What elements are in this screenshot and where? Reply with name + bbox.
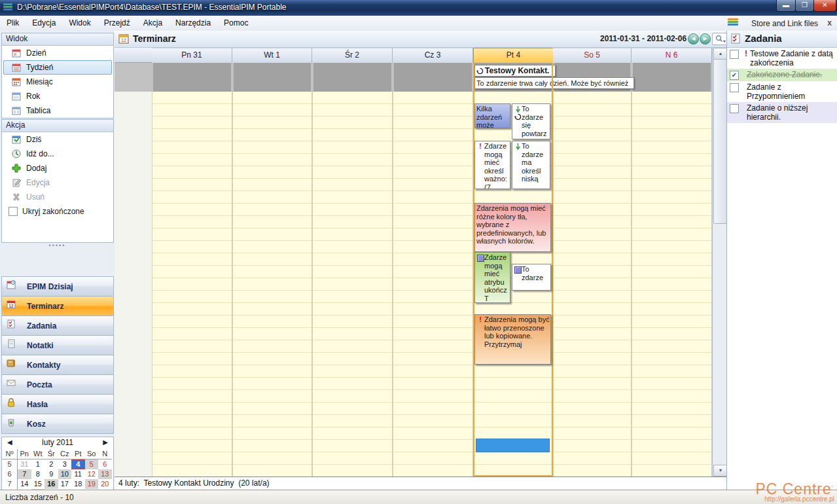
day-column[interactable] [553,92,632,477]
day-column[interactable] [152,92,232,477]
task-item-testowe-zadanie-z-datą-zakończenia[interactable]: !Testowe Zadanie z datą zakończenia [727,48,837,69]
event-to-zdarzenie[interactable]: To zdarze [512,264,551,291]
allday-column[interactable] [153,63,231,92]
mini-cal-day[interactable]: 18 [71,479,85,489]
search-icon[interactable] [715,35,726,43]
mini-cal-day[interactable]: 16 [45,479,58,489]
sidebar-item-rok[interactable]: Rok [2,89,113,103]
menu-narzędzia[interactable]: Narzędzia [169,16,217,31]
mini-cal-day[interactable]: 14 [18,479,31,489]
scrollbar-thumb[interactable] [713,59,728,224]
menu-akcja[interactable]: Akcja [137,16,169,31]
sidebar-item-dzień[interactable]: Dzień [2,46,113,60]
mini-cal-day[interactable]: 1 [31,459,45,469]
restore-button[interactable]: ❐ [795,0,814,12]
mini-cal-day[interactable]: 2 [45,459,58,469]
allday-event-to-zdarzenie-trwa[interactable]: To zdarzenie trwa cały dzień. Może być r… [474,77,634,89]
action-item-dodaj[interactable]: Dodaj [2,161,113,175]
mini-cal-day[interactable]: 8 [31,469,45,479]
vertical-scrollbar[interactable]: ▲ ▼ [712,48,727,477]
day-column[interactable] [232,92,312,477]
prev-month-icon[interactable]: ◀ [7,439,12,446]
nav-item-poczta[interactable]: Poczta [2,375,113,395]
day-header-cz-3[interactable]: Cz 3 [393,48,473,63]
day-header-wt-1[interactable]: Wt 1 [232,48,312,63]
mini-cal-day[interactable]: 4 [71,459,85,469]
task-checkbox[interactable] [730,50,739,59]
mini-cal-day[interactable]: 31 [18,459,31,469]
task-item-zadanie-o-niższej-hierarchii[interactable]: Zadanie o niższej hierarchii. [727,102,837,123]
panel-resize-handle[interactable]: ••••• [0,242,115,249]
task-item-zadanie-z-przypomnieniem[interactable]: Zadanie z Przypomnieniem [727,81,837,102]
event-kolory-tla[interactable]: Zdarzenia mogą mieć różne kolory tła, wy… [474,203,551,252]
action-item-idź-do[interactable]: Idź do... [2,147,113,161]
day-column[interactable] [393,92,473,477]
mini-cal-day[interactable]: 20 [98,479,112,489]
menu-widok[interactable]: Widok [62,16,97,31]
mini-cal-day[interactable]: 6 [98,459,112,469]
next-week-button[interactable]: ► [700,33,711,45]
nav-item-kosz[interactable]: Kosz [2,414,113,433]
nav-item-hasła[interactable]: Hasła [2,395,113,414]
scroll-down-icon[interactable]: ▼ [713,465,728,477]
next-month-icon[interactable]: ▶ [103,439,108,446]
day-header-so-5[interactable]: So 5 [553,48,632,63]
sidebar-item-tablica[interactable]: Tablica [2,103,113,118]
event-niska-waznosc[interactable]: To zdarze ma określ niską [512,141,550,189]
mini-cal-day[interactable]: 11 [71,469,85,479]
action-item-dziś[interactable]: Dziś [2,132,113,147]
day-column[interactable] [312,92,393,477]
mini-cal-day[interactable]: 13 [98,469,112,479]
hide-completed-checkbox[interactable] [9,207,18,216]
allday-area[interactable]: Testowy Kontakt.To zdarzenie trwa cały d… [115,63,712,92]
panel-close-icon[interactable]: x [827,18,832,27]
event-waznosc[interactable]: !Zdarze mogą mieć określ ważno: (7 [474,141,510,189]
minimize-button[interactable]: ▬ [776,0,796,12]
mini-cal-day[interactable]: 19 [85,479,99,489]
menu-przejdź[interactable]: Przejdź [98,16,137,31]
scroll-up-icon[interactable]: ▲ [713,48,728,60]
task-checkbox[interactable]: ✔ [730,71,739,80]
mini-cal-day[interactable]: 7 [18,469,31,479]
mini-cal-day[interactable]: 9 [45,469,58,479]
nav-item-terminarz[interactable]: 12Terminarz [2,297,113,316]
prev-week-button[interactable]: ◄ [688,33,699,45]
hide-completed-row[interactable]: Ukryj zakończone [2,204,113,219]
day-header-śr-2[interactable]: Śr 2 [312,48,393,63]
mini-cal-day[interactable]: 10 [58,469,72,479]
sidebar-item-miesiąc[interactable]: Miesiąc [2,75,113,89]
event-bez-tytulu[interactable] [476,439,550,452]
mini-cal-day[interactable]: 12 [85,469,99,479]
menu-edycja[interactable]: Edycja [26,16,62,31]
sidebar-item-tydzień[interactable]: Tydzień [3,60,112,75]
mini-cal-dow: N [98,449,112,459]
task-checkbox[interactable] [730,83,739,92]
nav-item-zadania[interactable]: Zadania [2,316,113,336]
allday-column[interactable] [234,63,311,92]
event-przenoszenie[interactable]: !Zdarzenia mogą być łatwo przenoszone lu… [474,314,551,365]
day-header-n-6[interactable]: N 6 [632,48,712,63]
day-header-pt-4[interactable]: Pt 4 [473,48,554,63]
nav-item-kontakty[interactable]: Kontakty [2,355,113,375]
allday-column[interactable] [313,63,391,92]
menu-plik[interactable]: Plik [0,16,26,31]
task-checkbox[interactable] [730,104,739,113]
mini-cal-day[interactable]: 5 [85,459,99,469]
close-button[interactable]: ✕ [813,0,836,12]
event-atrybut-ukonczenia[interactable]: Zdarze mogą mieć atrybu ukończ T [474,252,510,303]
day-header-pn-31[interactable]: Pn 31 [152,48,232,63]
task-item-zakończone-zadanie[interactable]: ✔Zakończone Zadanie. [727,69,837,81]
event-powtarzanie[interactable]: To zdarze się powtarz [512,103,550,139]
mini-cal-day[interactable]: 15 [31,479,45,489]
event-kilka-zdarzen[interactable]: Kilka zdarzeń może [474,103,510,128]
nav-item-epim-dzisiaj[interactable]: EPIM Dzisiaj [2,277,113,297]
nav-item-notatki[interactable]: Notatki [2,336,113,355]
mini-cal-day[interactable]: 3 [58,459,72,469]
allday-event-testowy-kontakt[interactable]: Testowy Kontakt. [474,65,556,77]
week-grid[interactable]: Kilka zdarzeń możeTo zdarze się powtarz!… [115,92,712,477]
mini-cal-day[interactable]: 17 [58,479,72,489]
allday-column[interactable] [394,63,472,92]
menu-pomoc[interactable]: Pomoc [217,16,255,31]
allday-column[interactable] [633,63,711,92]
day-column[interactable] [632,92,712,477]
